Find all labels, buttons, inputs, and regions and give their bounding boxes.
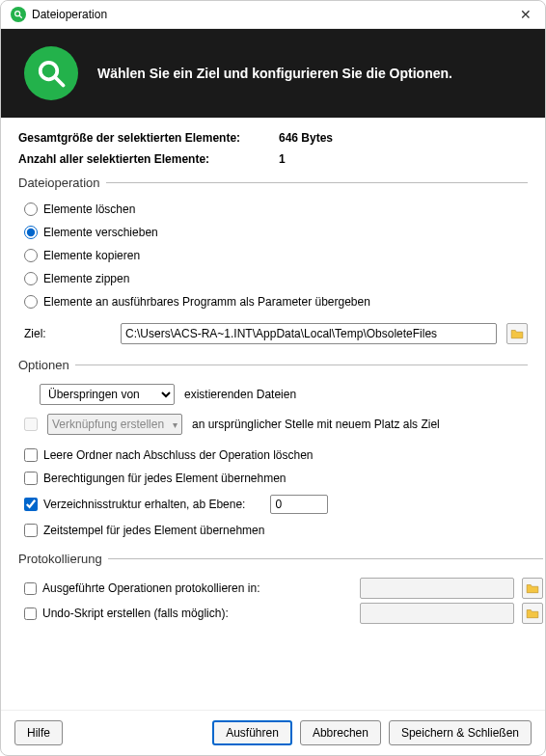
shortcut-suffix: an ursprünglicher Stelle mit neuem Platz… bbox=[192, 418, 440, 431]
shortcut-row: Verknüpfung erstellen ▾ an ursprüngliche… bbox=[24, 409, 528, 440]
info-count-value: 1 bbox=[279, 152, 286, 166]
info-count: Anzahl aller selektierten Elemente: 1 bbox=[18, 152, 528, 166]
log-ops-row: Ausgeführte Operationen protokollieren i… bbox=[24, 578, 543, 599]
delete-empty-check[interactable] bbox=[24, 448, 38, 462]
keep-structure-row[interactable]: Verzeichnisstruktur erhalten, ab Ebene: bbox=[24, 490, 528, 519]
target-input[interactable] bbox=[121, 323, 497, 344]
options-group: Optionen Überspringen von existierenden … bbox=[18, 358, 528, 542]
delete-empty-row[interactable]: Leere Ordner nach Abschluss der Operatio… bbox=[24, 444, 528, 467]
browse-target-button[interactable] bbox=[506, 323, 528, 344]
chevron-down-icon: ▾ bbox=[173, 419, 177, 430]
shortcut-check bbox=[24, 418, 38, 431]
level-spinner[interactable] bbox=[270, 495, 328, 514]
logging-group: Protokollierung Ausgeführte Operationen … bbox=[18, 552, 543, 628]
log-ops-path bbox=[360, 578, 514, 599]
svg-point-0 bbox=[15, 12, 20, 16]
radio-delete-row[interactable]: Elemente löschen bbox=[24, 198, 528, 221]
radio-zip[interactable] bbox=[24, 272, 38, 285]
undo-path bbox=[360, 603, 514, 624]
radio-zip-row[interactable]: Elemente zippen bbox=[24, 267, 528, 290]
log-ops-check[interactable] bbox=[24, 582, 37, 595]
footer: Hilfe Ausführen Abbrechen Speichern & Sc… bbox=[1, 710, 545, 755]
header: Wählen Sie ein Ziel und konfigurieren Si… bbox=[1, 29, 545, 118]
info-size: Gesamtgröße der selektierten Elemente: 6… bbox=[18, 131, 528, 145]
radio-move-row[interactable]: Elemente verschieben bbox=[24, 221, 528, 244]
content: Gesamtgröße der selektierten Elemente: 6… bbox=[1, 118, 545, 710]
copy-timestamps-check[interactable] bbox=[24, 524, 38, 537]
info-size-value: 646 Bytes bbox=[279, 131, 333, 145]
footer-spacer bbox=[70, 720, 205, 745]
operation-group: Dateioperation Elemente löschen Elemente… bbox=[18, 176, 528, 348]
copy-timestamps-label[interactable]: Zeitstempel für jedes Element übernehmen bbox=[43, 524, 264, 537]
titlebar: Dateioperation ✕ bbox=[1, 1, 545, 29]
radio-exec-label[interactable]: Elemente an ausführbares Programm als Pa… bbox=[43, 295, 370, 309]
info-size-label: Gesamtgröße der selektierten Elemente: bbox=[18, 131, 279, 145]
close-icon[interactable]: ✕ bbox=[516, 7, 535, 22]
log-ops-label[interactable]: Ausgeführte Operationen protokollieren i… bbox=[42, 581, 259, 595]
shortcut-combo-label: Verknüpfung erstellen bbox=[52, 418, 164, 431]
copy-perms-row[interactable]: Berechtigungen für jedes Element überneh… bbox=[24, 467, 528, 490]
folder-icon bbox=[526, 582, 539, 594]
keep-structure-check[interactable] bbox=[24, 498, 38, 511]
radio-move-label[interactable]: Elemente verschieben bbox=[43, 226, 158, 239]
run-button[interactable]: Ausführen bbox=[212, 720, 292, 745]
radio-exec[interactable] bbox=[24, 295, 38, 309]
cancel-button[interactable]: Abbrechen bbox=[300, 720, 381, 745]
headline: Wählen Sie ein Ziel und konfigurieren Si… bbox=[97, 66, 452, 81]
radio-delete-label[interactable]: Elemente löschen bbox=[43, 202, 135, 216]
radio-zip-label[interactable]: Elemente zippen bbox=[43, 272, 129, 285]
app-icon bbox=[11, 7, 26, 22]
radio-move[interactable] bbox=[24, 226, 38, 239]
folder-icon bbox=[510, 328, 524, 339]
keep-structure-label[interactable]: Verzeichnisstruktur erhalten, ab Ebene: bbox=[43, 498, 245, 511]
browse-undo-button[interactable] bbox=[522, 603, 543, 624]
radio-copy[interactable] bbox=[24, 249, 38, 262]
browse-log-button[interactable] bbox=[522, 578, 543, 599]
copy-timestamps-row[interactable]: Zeitstempel für jedes Element übernehmen bbox=[24, 519, 528, 542]
svg-line-3 bbox=[56, 78, 64, 86]
search-icon bbox=[24, 46, 78, 100]
svg-line-1 bbox=[19, 15, 22, 18]
target-row: Ziel: bbox=[24, 323, 528, 344]
shortcut-combo: Verknüpfung erstellen ▾ bbox=[47, 414, 182, 435]
svg-point-2 bbox=[41, 63, 58, 80]
radio-copy-label[interactable]: Elemente kopieren bbox=[43, 249, 140, 262]
options-legend: Optionen bbox=[18, 358, 75, 372]
help-button[interactable]: Hilfe bbox=[14, 720, 63, 745]
copy-perms-check[interactable] bbox=[24, 472, 38, 485]
target-label: Ziel: bbox=[24, 327, 111, 340]
undo-check[interactable] bbox=[24, 608, 37, 620]
logging-legend: Protokollierung bbox=[18, 552, 108, 566]
skip-mode-select[interactable]: Überspringen von bbox=[40, 384, 175, 405]
skip-row: Überspringen von existierenden Dateien bbox=[40, 384, 528, 405]
copy-perms-label[interactable]: Berechtigungen für jedes Element überneh… bbox=[43, 472, 287, 485]
radio-delete[interactable] bbox=[24, 202, 38, 216]
undo-row: Undo-Skript erstellen (falls möglich): bbox=[24, 603, 543, 624]
info-count-label: Anzahl aller selektierten Elemente: bbox=[18, 152, 279, 166]
radio-exec-row[interactable]: Elemente an ausführbares Programm als Pa… bbox=[24, 290, 528, 313]
delete-empty-label[interactable]: Leere Ordner nach Abschluss der Operatio… bbox=[43, 448, 314, 462]
window-title: Dateioperation bbox=[32, 8, 516, 21]
folder-icon bbox=[526, 608, 539, 619]
save-close-button[interactable]: Speichern & Schließen bbox=[389, 720, 532, 745]
skip-suffix: existierenden Dateien bbox=[184, 388, 296, 401]
operation-legend: Dateioperation bbox=[18, 176, 106, 190]
radio-copy-row[interactable]: Elemente kopieren bbox=[24, 244, 528, 267]
undo-label[interactable]: Undo-Skript erstellen (falls möglich): bbox=[42, 607, 229, 620]
